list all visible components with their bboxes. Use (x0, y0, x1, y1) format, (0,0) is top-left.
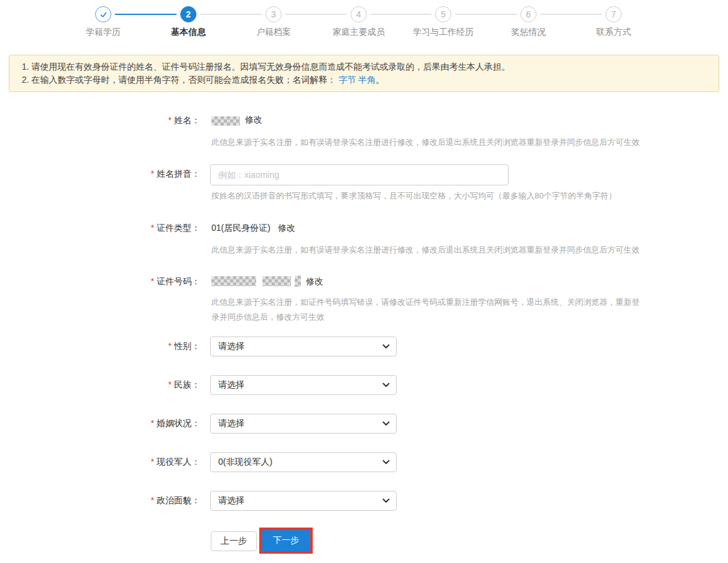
id-number-label: *证件号码： (62, 276, 200, 287)
notice-line-2-suffix: 。 (376, 75, 384, 85)
id-type-hint: 此信息来源于实名注册，如有误请登录实名注册进行修改，修改后退出系统且关闭浏览器重… (211, 243, 640, 258)
ethnicity-label: *民族： (62, 379, 200, 391)
name-hint: 此信息来源于实名注册，如有误请登录实名注册进行修改，修改后退出系统且关闭浏览器重… (211, 135, 640, 150)
step-item-contact-info[interactable]: 7 联系方式 (596, 6, 631, 38)
marital-status-select-value: 请选择 (218, 418, 244, 429)
step-number: 4 (351, 6, 367, 22)
id-number-modify-link[interactable]: 修改 (306, 276, 323, 287)
military-select[interactable]: 0(非现役军人) (210, 452, 397, 472)
gender-select-value: 请选择 (218, 341, 244, 352)
gender-label: *性别： (62, 341, 200, 352)
step-label: 基本信息 (171, 27, 206, 38)
chevron-down-icon (382, 421, 390, 426)
chevron-down-icon (382, 344, 390, 349)
required-asterisk: * (168, 379, 172, 389)
notice-line-2: 2. 在输入数字或字母时，请使用半角字符，否则可能会造成报名失败；名词解释： 字… (22, 73, 706, 86)
pinyin-input[interactable] (210, 164, 509, 185)
political-status-label: *政治面貌： (62, 495, 200, 506)
name-label: *姓名： (62, 115, 200, 126)
id-type-modify-link[interactable]: 修改 (278, 223, 295, 234)
id-type-value: 01(居民身份证) (211, 223, 270, 234)
ethnicity-select-value: 请选择 (218, 379, 244, 391)
id-number-redacted-value (295, 276, 301, 287)
step-number: 6 (520, 6, 537, 22)
step-number: 7 (606, 6, 622, 22)
pinyin-label: *姓名拼音： (62, 169, 200, 180)
step-number: 5 (435, 6, 451, 22)
step-item-family-members[interactable]: 4 家庭主要成员 (333, 6, 385, 38)
halfwidth-definition-link[interactable]: 半角 (358, 75, 376, 85)
next-step-button[interactable]: 下一步 (262, 530, 310, 551)
step-label: 户籍档案 (256, 27, 291, 38)
step-label: 奖惩情况 (511, 27, 546, 38)
political-status-select[interactable]: 请选择 (210, 491, 397, 511)
id-number-redacted-value (262, 276, 291, 286)
step-item-household-file[interactable]: 3 户籍档案 (256, 6, 291, 38)
gender-select[interactable]: 请选择 (210, 337, 397, 356)
ethnicity-select[interactable]: 请选择 (210, 375, 397, 395)
step-number: 2 (180, 6, 196, 22)
required-asterisk: * (168, 115, 172, 125)
step-label: 学籍学历 (86, 27, 121, 38)
step-number: 3 (265, 6, 282, 22)
stepper-connector (115, 14, 177, 15)
registration-form-page: 学籍学历 2 基本信息 3 户籍档案 4 家庭主要成员 5 学习与工作经历 6 … (0, 0, 728, 563)
step-done-circle (95, 6, 111, 22)
notice-line-2-text: 2. 在输入数字或字母时，请使用半角字符，否则可能会造成报名失败；名词解释： (22, 75, 338, 85)
marital-status-label: *婚姻状况： (62, 418, 200, 429)
notice-line-1: 1. 请使用现在有效身份证件的姓名、证件号码注册报名。因填写无效身份信息而造成不… (22, 60, 706, 73)
step-item-academic-record[interactable]: 学籍学历 (86, 6, 121, 38)
chevron-down-icon (382, 460, 390, 465)
previous-step-button[interactable]: 上一步 (211, 531, 257, 551)
required-asterisk: * (151, 418, 154, 428)
id-type-label: *证件类型： (62, 223, 200, 234)
step-item-rewards-punishments[interactable]: 6 奖惩情况 (511, 6, 546, 38)
pinyin-hint: 按姓名的汉语拼音的书写形式填写，要求顶格写，且不可出现空格，大小写均可（最多输入… (211, 188, 616, 203)
chevron-down-icon (382, 498, 390, 503)
step-item-basic-info[interactable]: 2 基本信息 (171, 6, 206, 38)
required-asterisk: * (151, 223, 154, 233)
military-label: *现役军人： (62, 457, 200, 468)
byte-definition-link[interactable]: 字节 (338, 75, 356, 85)
military-select-value: 0(非现役军人) (218, 457, 272, 468)
required-asterisk: * (168, 341, 172, 351)
stepper-connector (200, 14, 262, 15)
id-number-hint: 此信息来源于实名注册，如证件号码填写错误，请修改证件号码或重新注册学信网账号，退… (211, 295, 647, 325)
notice-banner: 1. 请使用现在有效身份证件的姓名、证件号码注册报名。因填写无效身份信息而造成不… (9, 55, 719, 92)
chevron-down-icon (382, 383, 390, 388)
political-status-select-value: 请选择 (218, 495, 244, 506)
required-asterisk: * (151, 276, 154, 286)
step-label: 学习与工作经历 (413, 27, 474, 38)
check-icon (99, 11, 108, 19)
id-number-redacted-value (211, 276, 256, 286)
marital-status-select[interactable]: 请选择 (210, 414, 397, 434)
name-redacted-value (211, 116, 240, 126)
step-label: 家庭主要成员 (333, 27, 385, 38)
required-asterisk: * (151, 495, 154, 505)
name-modify-link[interactable]: 修改 (245, 114, 262, 126)
click-highlight-annotation: 下一步 (259, 528, 313, 554)
required-asterisk: * (151, 169, 154, 179)
step-item-study-work-experience[interactable]: 5 学习与工作经历 (413, 6, 474, 38)
step-label: 联系方式 (596, 27, 631, 38)
stepper-connector (540, 14, 602, 15)
required-asterisk: * (151, 457, 154, 467)
